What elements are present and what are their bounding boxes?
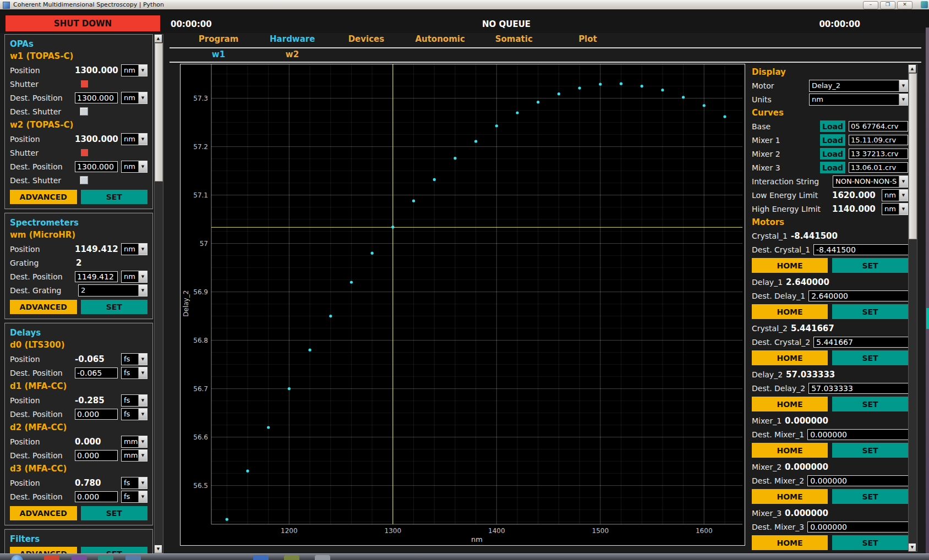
chevron-down-icon[interactable]: ▼	[138, 477, 147, 488]
set-button[interactable]: SET	[81, 300, 148, 314]
teal-app-icon[interactable]	[98, 555, 113, 560]
chevron-down-icon[interactable]: ▼	[138, 134, 147, 145]
high-energy-unit-select[interactable]: nm ▼	[882, 203, 908, 215]
set-button[interactable]: SET	[832, 258, 908, 273]
position-unit-select[interactable]: nm▼	[121, 64, 147, 76]
advanced-button[interactable]: ADVANCED	[10, 547, 77, 553]
chevron-down-icon[interactable]: ▼	[138, 244, 147, 255]
scrollbar-thumb[interactable]	[155, 43, 163, 182]
tab-plot[interactable]: Plot	[551, 34, 625, 47]
chevron-down-icon[interactable]: ▼	[899, 176, 908, 187]
low-energy-unit-select[interactable]: nm ▼	[882, 189, 908, 201]
mixer-2-file-input[interactable]	[849, 149, 908, 159]
olive-app-icon[interactable]	[284, 555, 299, 560]
position-unit-select[interactable]: nm▼	[121, 243, 147, 255]
chevron-down-icon[interactable]: ▼	[899, 94, 908, 105]
set-button[interactable]: SET	[832, 443, 908, 458]
dest-shutter-checkbox[interactable]	[80, 107, 88, 116]
dest-position-input[interactable]	[75, 409, 118, 420]
tab-somatic[interactable]: Somatic	[477, 34, 551, 47]
advanced-button[interactable]: ADVANCED	[10, 190, 77, 204]
delay-curve-chart[interactable]: 56.556.656.756.856.95757.157.257.3120013…	[181, 64, 744, 544]
dest-position-input[interactable]	[75, 450, 118, 461]
interaction-select[interactable]: NON-NON-NON-S ▼	[833, 175, 908, 188]
load-button[interactable]: Load	[820, 134, 845, 146]
scrollbar-thumb[interactable]	[909, 73, 917, 239]
start-orb-icon[interactable]	[11, 555, 23, 560]
dest-shutter-checkbox[interactable]	[80, 176, 88, 184]
chevron-down-icon[interactable]: ▼	[899, 204, 908, 215]
set-button[interactable]: SET	[832, 350, 908, 365]
dest-position-unit-select[interactable]: fs▼	[121, 491, 147, 503]
red-app-icon[interactable]	[44, 555, 59, 560]
shut-down-button[interactable]: SHUT DOWN	[6, 15, 160, 31]
position-unit-select[interactable]: mm▼	[121, 436, 147, 448]
dest-mixer-3-input[interactable]	[807, 521, 908, 532]
dest-position-input[interactable]	[75, 367, 118, 378]
set-button[interactable]: SET	[832, 535, 908, 550]
chevron-down-icon[interactable]: ▼	[138, 409, 147, 420]
set-button[interactable]: SET	[81, 506, 148, 520]
load-button[interactable]: Load	[820, 148, 845, 160]
close-icon[interactable]: ✕	[897, 1, 912, 9]
display-panel-scrollbar[interactable]: ▲ ▼	[908, 64, 917, 552]
scroll-down-icon[interactable]: ▼	[909, 543, 916, 551]
taskbar[interactable]	[0, 553, 929, 560]
sidebar-scrollbar[interactable]: ▲ ▼	[154, 34, 163, 553]
dest-position-input[interactable]	[75, 491, 118, 502]
chevron-down-icon[interactable]: ▼	[138, 491, 147, 502]
dest-position-input[interactable]	[75, 161, 118, 172]
chevron-down-icon[interactable]: ▼	[138, 65, 147, 76]
base-file-input[interactable]	[849, 121, 908, 131]
set-button[interactable]: SET	[81, 190, 148, 204]
minimize-icon[interactable]: –	[863, 1, 878, 9]
motor-select[interactable]: Delay_2 ▼	[809, 80, 908, 92]
position-unit-select[interactable]: fs▼	[121, 353, 147, 365]
tab-devices[interactable]: Devices	[329, 34, 403, 47]
chevron-down-icon[interactable]: ▼	[138, 436, 147, 447]
home-button[interactable]: HOME	[752, 350, 828, 365]
dest-delay-2-input[interactable]	[808, 383, 908, 394]
dest-grating-select[interactable]: 2▼	[78, 284, 147, 297]
dest-position-unit-select[interactable]: nm▼	[121, 161, 147, 173]
tab-autonomic[interactable]: Autonomic	[403, 34, 477, 47]
advanced-button[interactable]: ADVANCED	[10, 506, 77, 520]
load-button[interactable]: Load	[820, 162, 845, 173]
units-select[interactable]: nm ▼	[809, 94, 908, 106]
home-button[interactable]: HOME	[752, 443, 828, 458]
home-button[interactable]: HOME	[752, 397, 828, 411]
window-app-icon[interactable]	[125, 555, 141, 560]
set-button[interactable]: SET	[832, 489, 908, 504]
position-unit-select[interactable]: nm▼	[121, 133, 147, 145]
dest-position-unit-select[interactable]: nm▼	[121, 92, 147, 104]
dest-position-unit-select[interactable]: fs▼	[121, 367, 147, 379]
dest-position-unit-select[interactable]: fs▼	[121, 408, 147, 420]
chevron-down-icon[interactable]: ▼	[138, 354, 147, 365]
mixer-1-file-input[interactable]	[849, 135, 908, 145]
scroll-down-icon[interactable]: ▼	[155, 545, 162, 553]
chevron-down-icon[interactable]: ▼	[138, 367, 147, 378]
restore-icon[interactable]: ❐	[880, 1, 895, 9]
chevron-down-icon[interactable]: ▼	[899, 80, 908, 91]
dest-mixer-2-input[interactable]	[807, 475, 908, 486]
purple-app-icon[interactable]	[72, 555, 87, 560]
tab-hardware[interactable]: Hardware	[255, 34, 329, 47]
blue-app-icon[interactable]	[253, 555, 269, 560]
scroll-up-icon[interactable]: ▲	[155, 35, 162, 42]
dest-position-unit-select[interactable]: mm▼	[121, 449, 147, 462]
position-unit-select[interactable]: fs▼	[121, 477, 147, 489]
set-button[interactable]: SET	[832, 304, 908, 319]
position-unit-select[interactable]: fs▼	[121, 394, 147, 407]
home-button[interactable]: HOME	[752, 489, 828, 504]
dest-delay-1-input[interactable]	[808, 290, 908, 301]
dest-position-unit-select[interactable]: nm▼	[121, 271, 147, 283]
tab-program[interactable]: Program	[182, 34, 255, 47]
set-button[interactable]: SET	[832, 397, 908, 411]
mixer-3-file-input[interactable]	[849, 162, 908, 173]
scroll-up-icon[interactable]: ▲	[909, 65, 916, 73]
chevron-down-icon[interactable]: ▼	[138, 161, 147, 172]
dest-crystal-1-input[interactable]	[813, 244, 908, 255]
load-button[interactable]: Load	[820, 120, 845, 132]
advanced-button[interactable]: ADVANCED	[10, 300, 77, 314]
dest-position-input[interactable]	[75, 271, 118, 282]
